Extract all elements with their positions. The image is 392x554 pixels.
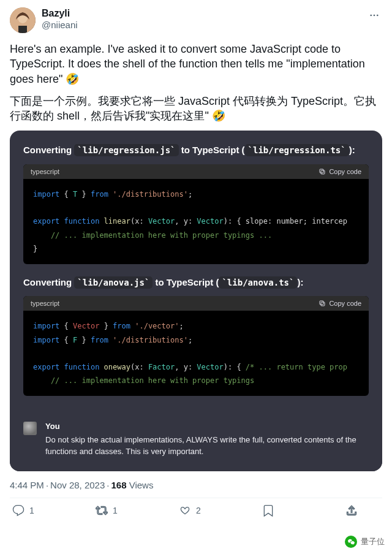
display-name: Bazyli [42,7,78,20]
action-bar: 1 1 2 [10,498,382,523]
like-button[interactable]: 2 [179,504,209,517]
svg-rect-2 [18,26,27,33]
section1-title: Converting `lib/regression.js` to TypeSc… [23,142,369,159]
you-label: You [45,420,369,433]
share-button[interactable] [345,504,376,517]
tweet-body: Here's an example. I've asked it to conv… [10,42,382,123]
svg-point-5 [377,15,379,17]
reply-button[interactable]: 1 [12,504,43,517]
section2-title: Converting `lib/anova.js` to TypeScript … [23,274,369,292]
body-en: Here's an example. I've asked it to conv… [10,42,382,86]
views-label: Views [129,480,154,490]
retweet-icon [96,504,108,517]
tweet-meta: 4:44 PM·Nov 28, 2023·168 Views [10,480,382,490]
tweet-container: Bazyli @niieani Here's an example. I've … [0,0,392,526]
copy-code-button-2[interactable]: Copy code [318,300,361,307]
time[interactable]: 4:44 PM [10,480,44,490]
views-count[interactable]: 168 [111,480,126,490]
lang-label: typescript [31,168,59,175]
svg-point-3 [370,15,372,17]
bookmark-button[interactable] [262,504,293,517]
svg-rect-8 [321,302,325,306]
codeblock-1-header: typescript Copy code [23,164,369,179]
retweet-count: 1 [113,506,118,515]
tweet-header: Bazyli @niieani [10,7,382,33]
embedded-chat-card: Converting `lib/regression.js` to TypeSc… [10,131,382,471]
bookmark-icon [262,504,274,517]
codeblock-2-header: typescript Copy code [23,296,369,311]
reply-icon [12,504,24,517]
avatar[interactable] [10,7,36,33]
codeblock-2: typescript Copy code import { Vector } f… [23,296,369,396]
like-count: 2 [196,506,201,515]
reply-count: 1 [29,506,34,515]
you-message: You Do not skip the actual implementatio… [10,414,382,471]
heart-icon [179,504,191,517]
you-avatar [23,422,37,435]
codeblock-1: typescript Copy code import { T } from '… [23,164,369,264]
handle: @niieani [42,20,78,31]
svg-rect-7 [320,169,323,173]
lang-label: typescript [31,300,59,307]
share-icon [345,504,358,517]
code-2: import { Vector } from './vector'; impor… [23,311,369,396]
author-block[interactable]: Bazyli @niieani [42,7,78,31]
date[interactable]: Nov 28, 2023 [50,480,105,490]
more-button[interactable] [365,6,383,25]
you-text: Do not skip the actual implementations, … [45,434,369,458]
svg-point-4 [374,15,375,17]
copy-code-button-1[interactable]: Copy code [318,168,361,175]
code-1: import { T } from './distributions'; exp… [23,179,369,264]
svg-rect-9 [320,301,323,305]
retweet-button[interactable]: 1 [96,504,126,517]
svg-rect-6 [321,170,325,174]
body-zh: 下面是一个示例。我要求它将一些 JavaScript 代码转换为 TypeScr… [10,94,382,124]
